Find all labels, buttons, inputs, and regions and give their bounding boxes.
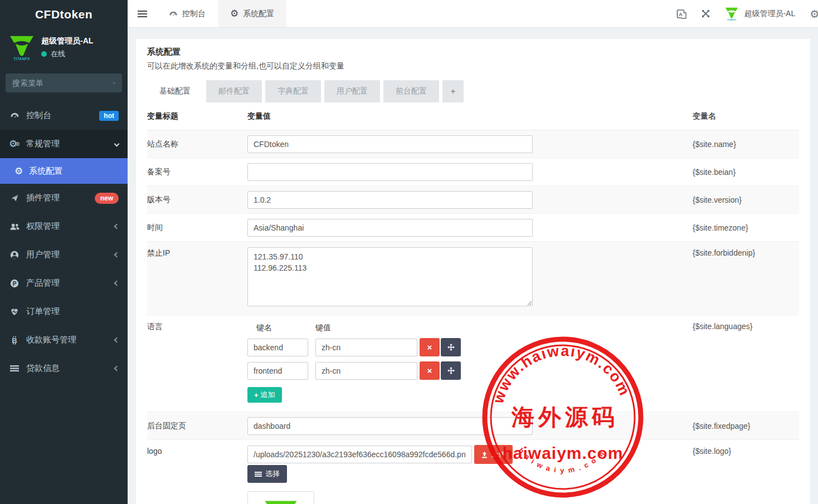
sidebar-item-label: 权限管理 (26, 221, 60, 232)
add-pair-label: 追加 (261, 390, 275, 400)
forbidden-ip-textarea[interactable]: 121.35.97.110 112.96.225.113 (247, 247, 533, 306)
gear-icon: ⚙ (230, 9, 238, 18)
language-key-input[interactable] (247, 362, 308, 380)
titanfx-logo-small: TITANFX (725, 6, 738, 21)
sidebar: CFDtoken TITANFX 超级管理员-AL 在线 控制台 hot (0, 0, 128, 504)
topbar: 控制台 ⚙ 系统配置 A TITANFX 超级管理员-AL ⚙⚙ (128, 0, 818, 28)
settings-cogs-icon[interactable]: ⚙⚙ (810, 8, 818, 20)
table-row-fixedpage: 后台固定页 {$site.fixedpage} (147, 412, 799, 440)
language-value-input[interactable] (315, 339, 417, 356)
sidebar-item-general-management[interactable]: ⚙⚙ 常规管理 (0, 130, 128, 158)
table-row-forbidden-ip: 禁止IP 121.35.97.110 112.96.225.113 {$site… (147, 242, 799, 315)
sidebar-item-label: 插件管理 (26, 193, 60, 203)
fullscreen-icon[interactable] (701, 9, 710, 18)
topbar-tab-dashboard[interactable]: 控制台 (157, 0, 218, 27)
tab-user-config[interactable]: 用户配置 (324, 80, 380, 102)
arrows-move-icon (447, 344, 455, 351)
main-content: 系统配置 可以在此增改系统的变量和分组,也可以自定义分组和变量 基础配置 邮件配… (128, 28, 818, 504)
chevron-left-icon (114, 366, 120, 371)
table-header-row: 变量标题 变量值 变量名 (147, 102, 799, 130)
tab-front-config[interactable]: 前台配置 (383, 80, 439, 102)
table-row-logo: logo 上传 选择 (147, 440, 799, 504)
chevron-down-icon (114, 141, 120, 147)
table-row-site-name: 站点名称 {$site.name} (147, 130, 799, 158)
upload-icon (481, 451, 488, 458)
translate-icon[interactable]: A (676, 9, 686, 19)
sidebar-item-products[interactable]: P 产品管理 (0, 269, 128, 297)
table-row-timezone: 时间 {$site.timezone} (147, 214, 799, 242)
row-label: 版本号 (147, 195, 247, 205)
sidebar-search[interactable] (6, 74, 122, 92)
page-title: 系统配置 (147, 47, 799, 57)
row-varname: {$site.name} (688, 140, 799, 149)
topbar-tab-system-config[interactable]: ⚙ 系统配置 (218, 0, 286, 27)
config-table: 变量标题 变量值 变量名 站点名称 {$site.name} 备案号 {$sit… (147, 102, 799, 504)
svg-text:TITANFX: TITANFX (727, 19, 736, 21)
sidebar-item-dashboard[interactable]: 控制台 hot (0, 101, 128, 130)
plus-icon: + (254, 391, 259, 399)
svg-text:A: A (679, 11, 683, 17)
sidebar-item-label: 产品管理 (26, 278, 60, 288)
sidebar-item-loan-info[interactable]: 贷款信息 (0, 354, 128, 383)
chevron-left-icon (114, 337, 120, 343)
sidebar-item-payment-accounts[interactable]: B 收款账号管理 (0, 326, 128, 354)
sidebar-item-label: 贷款信息 (26, 363, 60, 374)
product-p-icon: P (9, 279, 20, 288)
row-label: 禁止IP (147, 242, 247, 258)
tab-basic-config[interactable]: 基础配置 (147, 80, 203, 102)
row-varname: {$site.beian} (688, 168, 799, 177)
hamburger-menu-icon[interactable] (128, 0, 157, 27)
table-row-beian: 备案号 {$site.beian} (147, 158, 799, 186)
delete-pair-button[interactable]: × (420, 361, 440, 380)
user-name: 超级管理员-AL (41, 36, 93, 46)
add-pair-button[interactable]: +追加 (247, 387, 282, 403)
search-input[interactable] (12, 79, 113, 87)
tab-dict-config[interactable]: 字典配置 (265, 80, 321, 102)
choose-button[interactable]: 选择 (247, 465, 287, 483)
delete-pair-button[interactable]: × (420, 338, 440, 356)
tab-mail-config[interactable]: 邮件配置 (206, 80, 262, 102)
topbar-user[interactable]: TITANFX 超级管理员-AL (725, 6, 795, 21)
row-label: 后台固定页 (147, 421, 247, 431)
row-varname: {$site.timezone} (688, 223, 799, 232)
row-label: 备案号 (147, 167, 247, 177)
sidebar-item-permissions[interactable]: 权限管理 (0, 212, 128, 241)
sidebar-item-label: 控制台 (26, 110, 51, 121)
row-label: 站点名称 (147, 139, 247, 149)
add-tab-button[interactable]: + (442, 80, 464, 102)
sidebar-item-users[interactable]: 用户管理 (0, 241, 128, 269)
user-status: 在线 (51, 49, 65, 59)
sidebar-item-plugins[interactable]: 插件管理 new (0, 184, 128, 212)
titanfx-logo-preview (264, 497, 298, 504)
language-value-input[interactable] (315, 362, 417, 380)
svg-text:P: P (13, 281, 17, 287)
sidebar-menu: 控制台 hot ⚙⚙ 常规管理 ⚙ 系统配置 插件管理 new (0, 101, 128, 383)
kv-key-header: 键名 (247, 323, 315, 333)
fixedpage-input[interactable] (247, 417, 533, 435)
version-input[interactable] (247, 191, 533, 209)
upload-button[interactable]: 上传 (474, 445, 513, 464)
sidebar-item-label: 用户管理 (26, 249, 60, 260)
move-pair-button[interactable] (441, 361, 461, 380)
beian-input[interactable] (247, 163, 533, 181)
logo-path-input[interactable] (247, 446, 472, 463)
chevron-left-icon (114, 252, 120, 258)
sidebar-item-orders[interactable]: 订单管理 (0, 297, 128, 326)
choose-label: 选择 (265, 469, 280, 479)
sidebar-item-system-config[interactable]: ⚙ 系统配置 (0, 158, 128, 184)
kv-value-header: 键值 (315, 323, 331, 333)
sidebar-item-label: 收款账号管理 (26, 335, 76, 345)
language-pair-row: × (247, 338, 688, 356)
language-key-input[interactable] (247, 339, 308, 356)
user-panel: TITANFX 超级管理员-AL 在线 (0, 29, 128, 67)
topbar-tab-label: 系统配置 (243, 9, 274, 19)
sidebar-section-general: ⚙⚙ 常规管理 ⚙ 系统配置 (0, 130, 128, 184)
site-name-input[interactable] (247, 135, 533, 153)
move-pair-button[interactable] (441, 338, 461, 356)
heartbeat-icon (9, 307, 20, 316)
list-icon (9, 365, 20, 372)
timezone-input[interactable] (247, 219, 533, 237)
config-panel: 系统配置 可以在此增改系统的变量和分组,也可以自定义分组和变量 基础配置 邮件配… (136, 39, 810, 504)
new-badge: new (95, 193, 119, 204)
row-varname: {$site.forbiddenip} (688, 242, 799, 257)
